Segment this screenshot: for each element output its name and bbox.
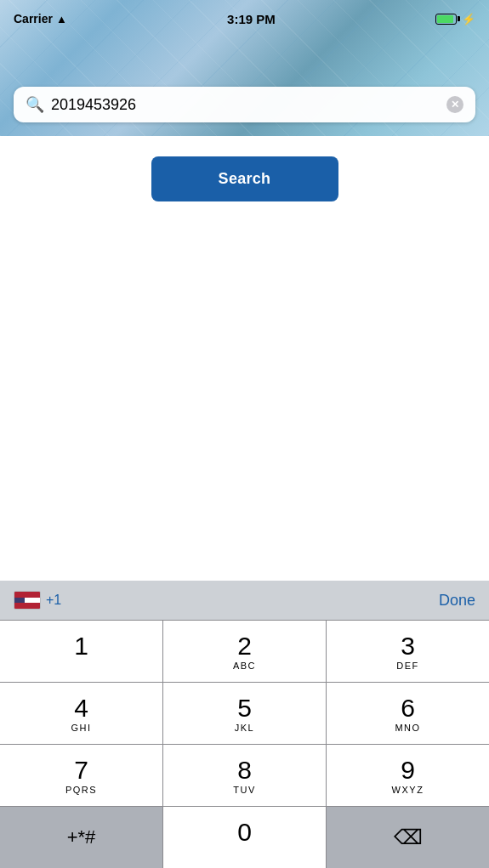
key-5-number: 5 [237,694,252,722]
key-6[interactable]: 6 MNO [327,683,489,744]
key-8-number: 8 [237,756,252,784]
carrier-label: Carrier ▲ [14,12,67,26]
key-3-number: 3 [401,632,415,660]
time-label: 3:19 PM [227,12,276,26]
search-icon: 🔍 [26,95,44,114]
key-4-number: 4 [74,694,88,722]
search-input-value[interactable]: 2019453926 [51,96,440,114]
key-5-letters: JKL [235,723,254,733]
key-backspace[interactable]: ⌫ [327,807,489,868]
key-4[interactable]: 4 GHI [0,683,162,744]
key-0[interactable]: 0 [163,807,326,868]
battery-icon [435,14,457,25]
key-9-number: 9 [401,756,415,784]
charging-icon: ⚡ [462,13,475,26]
key-9-letters: WXYZ [392,785,424,795]
backspace-icon: ⌫ [394,825,423,849]
keyboard-area: +1 Done 1 2 ABC 3 DEF 4 GHI 5 JKL 6 MNO [0,581,489,868]
clear-button[interactable]: ✕ [446,96,463,113]
key-5[interactable]: 5 JKL [163,683,326,744]
key-2-letters: ABC [233,661,256,671]
key-2[interactable]: 2 ABC [163,621,326,682]
keyboard-top-bar: +1 Done [0,581,489,620]
key-4-letters: GHI [71,723,91,733]
search-input-wrapper[interactable]: 🔍 2019453926 ✕ [14,87,475,122]
done-button[interactable]: Done [439,592,475,610]
key-0-number: 0 [237,818,252,846]
flag-us-icon [14,591,41,610]
wifi-icon: ▲ [56,13,67,26]
country-selector[interactable]: +1 [14,591,61,610]
key-symbols[interactable]: +*# [0,807,162,868]
search-button[interactable]: Search [151,156,338,201]
keypad: 1 2 ABC 3 DEF 4 GHI 5 JKL 6 MNO 7 PQRS [0,620,489,868]
key-8-letters: TUV [233,785,256,795]
key-7-letters: PQRS [65,785,97,795]
key-2-number: 2 [237,632,252,660]
content-area: Search [0,136,489,581]
carrier-text: Carrier [14,12,53,26]
key-1-number: 1 [74,632,88,660]
search-bar-container: 🔍 2019453926 ✕ [14,87,475,122]
key-1-letters [79,661,83,671]
key-1[interactable]: 1 [0,621,162,682]
key-7[interactable]: 7 PQRS [0,745,162,806]
key-3-letters: DEF [396,661,419,671]
battery-fill [437,15,453,23]
key-3[interactable]: 3 DEF [327,621,489,682]
status-bar: Carrier ▲ 3:19 PM ⚡ [0,0,489,37]
key-8[interactable]: 8 TUV [163,745,326,806]
status-right: ⚡ [435,13,475,26]
key-6-letters: MNO [395,723,420,733]
key-7-number: 7 [74,756,88,784]
key-6-number: 6 [401,694,415,722]
key-symbols-label: +*# [67,827,96,848]
key-9[interactable]: 9 WXYZ [327,745,489,806]
country-code: +1 [46,593,61,608]
key-0-letters [242,847,247,857]
